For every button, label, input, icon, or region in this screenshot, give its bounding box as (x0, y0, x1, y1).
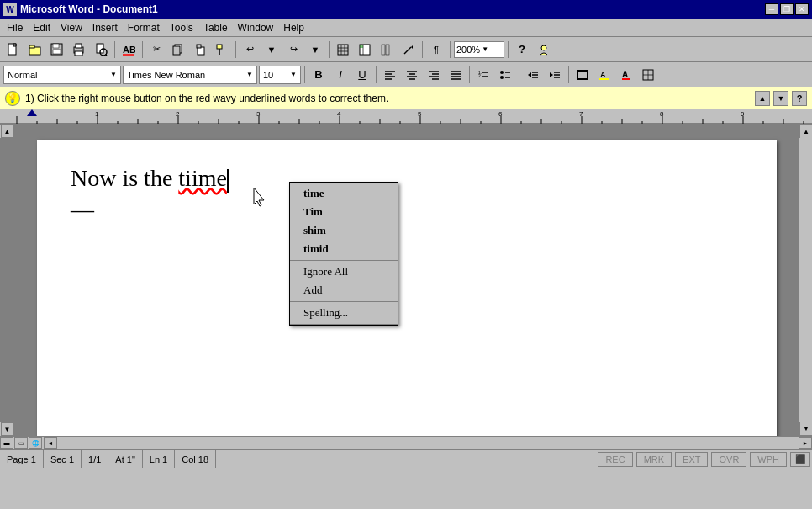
highlight-button[interactable]: A (594, 65, 614, 85)
left-margin: ▲ ▼ (0, 125, 15, 436)
format-painter-button[interactable] (212, 40, 232, 60)
tip-text: 1) Click the right mouse button on the r… (25, 93, 388, 104)
align-left-button[interactable] (380, 65, 400, 85)
svg-text:ABC: ABC (123, 45, 135, 55)
svg-rect-18 (217, 45, 222, 49)
undo-button[interactable]: ↩ (240, 40, 260, 60)
size-dropdown[interactable]: 10 ▼ (259, 66, 301, 84)
zoom-dropdown[interactable]: 200%▼ (454, 41, 504, 58)
restore-button[interactable]: ❐ (780, 3, 794, 15)
assistant-button[interactable] (534, 40, 554, 60)
outside-border-button[interactable] (572, 65, 593, 85)
suggestion-tim[interactable]: Tim (290, 203, 398, 221)
spelling-section: Spelling... (290, 302, 398, 325)
decrease-indent-button[interactable] (523, 65, 543, 85)
menu-window[interactable]: Window (233, 19, 279, 36)
increase-indent-button[interactable] (545, 65, 565, 85)
menu-file[interactable]: File (2, 19, 28, 36)
menu-table[interactable]: Table (198, 19, 233, 36)
style-value: Normal (8, 70, 37, 80)
help-button[interactable]: ? (512, 40, 532, 60)
svg-rect-65 (577, 71, 588, 79)
svg-point-55 (500, 76, 504, 79)
save-button[interactable] (47, 40, 67, 60)
svg-rect-29 (386, 45, 389, 55)
redo-dropdown-button[interactable]: ▼ (305, 40, 325, 60)
normal-view-button[interactable]: ▬ (0, 437, 13, 449)
undo-dropdown-button[interactable]: ▼ (261, 40, 282, 60)
font-dropdown[interactable]: Times New Roman ▼ (123, 66, 257, 84)
justify-button[interactable] (446, 65, 466, 85)
document-wrapper: ▲ ▼ Now is the tiime — time Tim shim tim… (0, 125, 812, 436)
italic-button[interactable]: I (330, 65, 351, 85)
font-color-button[interactable]: A (616, 65, 636, 85)
suggestion-timid[interactable]: timid (290, 240, 398, 258)
paste-button[interactable] (190, 40, 210, 60)
hscroll-right-button[interactable]: ► (799, 437, 812, 449)
table-insert-button[interactable] (638, 65, 658, 85)
redo-button[interactable]: ↪ (283, 40, 303, 60)
menu-format[interactable]: Format (123, 19, 165, 36)
suggestion-shim[interactable]: shim (290, 221, 398, 240)
status-page-of: 1/1 (82, 450, 108, 468)
add-button[interactable]: Add (290, 281, 398, 300)
new-button[interactable] (3, 40, 24, 60)
font-chevron: ▼ (246, 71, 253, 78)
insert-table-button[interactable] (333, 40, 353, 60)
copy-button[interactable] (168, 40, 188, 60)
menu-insert[interactable]: Insert (87, 19, 123, 36)
menu-edit[interactable]: Edit (28, 19, 55, 36)
cut-button[interactable]: ✂ (146, 40, 166, 60)
status-sec: Sec 1 (44, 450, 82, 468)
drawing-button[interactable] (398, 40, 419, 60)
numbering-button[interactable]: 1.2. (473, 65, 493, 85)
tip-up-button[interactable]: ▲ (755, 91, 770, 106)
style-dropdown[interactable]: Normal ▼ (3, 66, 121, 84)
svg-text:A: A (622, 70, 628, 79)
spell-check-button[interactable]: ABC (119, 40, 139, 60)
menu-view[interactable]: View (55, 19, 87, 36)
ignore-all-button[interactable]: Ignore All (290, 262, 398, 281)
page-view-button[interactable]: ▭ (14, 437, 28, 449)
columns-button[interactable] (377, 40, 397, 60)
tip-help-button[interactable]: ? (792, 91, 807, 106)
fmt-sep-3 (469, 66, 470, 83)
ruler (0, 109, 812, 125)
status-wph: WPH (750, 452, 787, 467)
print-preview-button[interactable] (91, 40, 111, 60)
spelling-button[interactable]: Spelling... (290, 304, 398, 322)
document-area[interactable]: Now is the tiime — time Tim shim timid I… (37, 140, 777, 436)
tip-down-button[interactable]: ▼ (773, 91, 788, 106)
svg-rect-8 (75, 51, 82, 56)
show-hide-button[interactable]: ¶ (426, 40, 446, 60)
title-text: Microsoft Word - Document1 (20, 3, 158, 15)
suggestion-time[interactable]: time (290, 184, 398, 203)
vscroll-down-button[interactable]: ▼ (799, 422, 812, 436)
insert-excel-button[interactable] (355, 40, 375, 60)
menu-bar: File Edit View Insert Format Tools Table… (0, 19, 812, 37)
view-buttons: ▬ ▭ 🌐 (0, 437, 42, 449)
bullets-button[interactable] (495, 65, 515, 85)
align-right-button[interactable] (424, 65, 444, 85)
vscroll-up-button[interactable]: ▲ (799, 125, 812, 138)
align-center-button[interactable] (402, 65, 422, 85)
underline-button[interactable]: U (352, 65, 372, 85)
svg-text:A: A (600, 71, 606, 79)
size-chevron: ▼ (290, 71, 297, 78)
bold-button[interactable]: B (308, 65, 329, 85)
svg-rect-69 (622, 78, 630, 80)
text-before: Now is the (71, 165, 178, 191)
print-button[interactable] (69, 40, 89, 60)
scroll-up-arrow[interactable]: ▲ (1, 125, 14, 138)
menu-help[interactable]: Help (278, 19, 309, 36)
macro-button[interactable]: ⬛ (790, 452, 810, 467)
close-button[interactable]: ✕ (795, 3, 809, 15)
size-value: 10 (263, 70, 273, 80)
menu-tools[interactable]: Tools (165, 19, 198, 36)
web-view-button[interactable]: 🌐 (29, 437, 42, 449)
scroll-down-arrow[interactable]: ▼ (1, 422, 14, 436)
hscroll-left-button[interactable]: ◄ (44, 437, 57, 449)
open-button[interactable] (25, 40, 45, 60)
minimize-button[interactable]: ─ (765, 3, 778, 15)
svg-text:2.: 2. (478, 73, 482, 78)
